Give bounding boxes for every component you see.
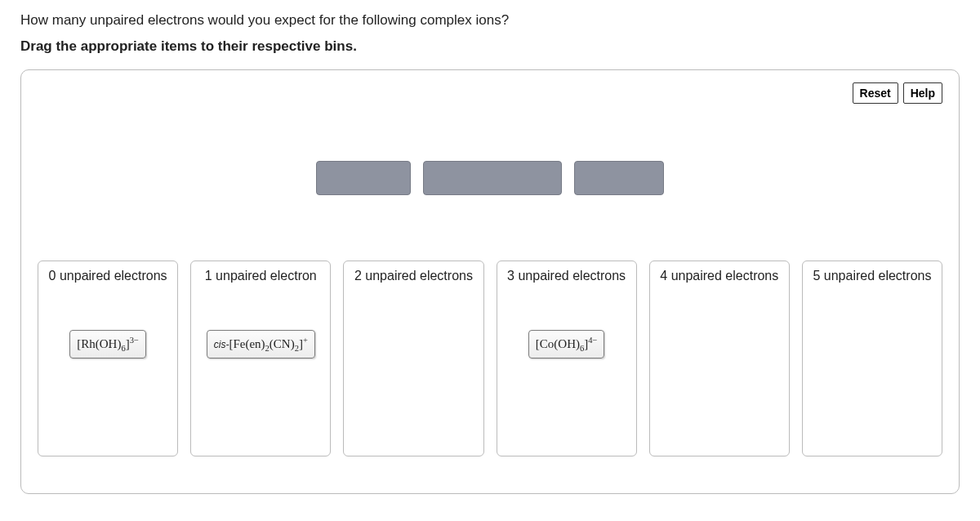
bin-title: 1 unpaired electron xyxy=(202,268,320,285)
help-button[interactable]: Help xyxy=(903,82,942,104)
reset-button[interactable]: Reset xyxy=(853,82,898,104)
chip-prefix: cis- xyxy=(214,339,229,350)
question-text: How many unpaired electrons would you ex… xyxy=(20,12,960,29)
bin-title: 2 unpaired electrons xyxy=(351,268,476,285)
draggable-item-blank-2[interactable] xyxy=(423,161,562,195)
work-area: Reset Help 0 unpaired electrons [Rh(OH)6… xyxy=(20,69,960,494)
draggable-item-blank-1[interactable] xyxy=(316,161,411,195)
draggable-item-blank-3[interactable] xyxy=(574,161,664,195)
chip-co-complex[interactable]: [Co(OH)6]4− xyxy=(528,330,605,358)
bin-title: 5 unpaired electrons xyxy=(809,268,934,285)
staging-area[interactable] xyxy=(38,161,942,195)
chip-fe-complex[interactable]: cis-[Fe(en)2(CN)2]+ xyxy=(207,330,315,358)
bin-4-unpaired[interactable]: 4 unpaired electrons xyxy=(649,260,790,456)
bin-title: 3 unpaired electrons xyxy=(504,268,629,285)
bin-3-unpaired[interactable]: 3 unpaired electrons [Co(OH)6]4− xyxy=(497,260,637,456)
bin-0-unpaired[interactable]: 0 unpaired electrons [Rh(OH)6]3− xyxy=(38,260,178,456)
controls-row: Reset Help xyxy=(38,82,942,104)
chip-rh-complex[interactable]: [Rh(OH)6]3− xyxy=(69,330,146,358)
bins-row: 0 unpaired electrons [Rh(OH)6]3− 1 unpai… xyxy=(38,260,942,456)
bin-1-unpaired[interactable]: 1 unpaired electron cis-[Fe(en)2(CN)2]+ xyxy=(190,260,331,456)
bin-title: 4 unpaired electrons xyxy=(657,268,782,285)
instruction-text: Drag the appropriate items to their resp… xyxy=(20,38,960,55)
bin-2-unpaired[interactable]: 2 unpaired electrons xyxy=(343,260,483,456)
chip-formula: [Fe(en)2(CN)2]+ xyxy=(229,337,307,350)
bin-5-unpaired[interactable]: 5 unpaired electrons xyxy=(802,260,942,456)
bin-title: 0 unpaired electrons xyxy=(46,268,171,285)
